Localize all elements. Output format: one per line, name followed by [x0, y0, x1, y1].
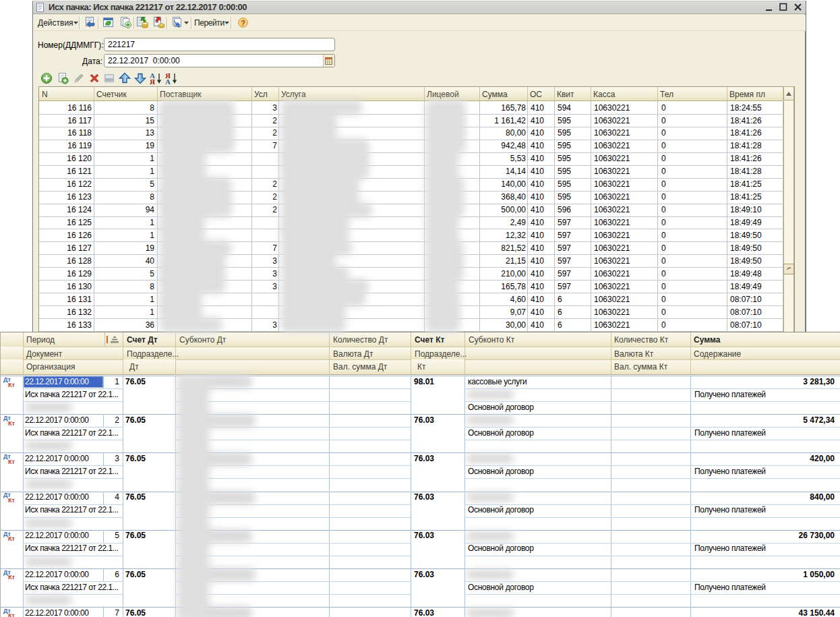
svg-text:?: ?	[241, 19, 245, 27]
svg-text:А: А	[165, 78, 171, 85]
svg-text:КОН: КОН	[105, 78, 113, 82]
svg-text:Я: Я	[150, 78, 155, 85]
